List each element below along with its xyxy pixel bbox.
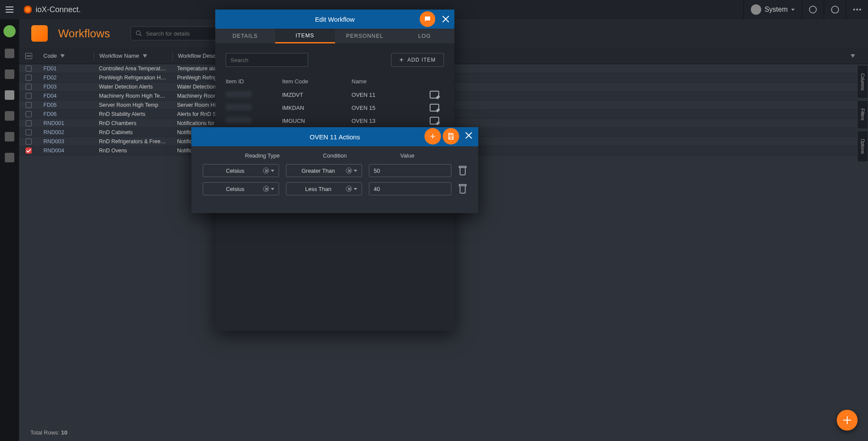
- tab-items[interactable]: ITEMS: [275, 29, 335, 43]
- tab-details[interactable]: DETAILS: [215, 29, 275, 43]
- col-reading-type: Reading Type: [226, 152, 299, 159]
- close-actions-button[interactable]: [464, 131, 475, 142]
- edit-item-button[interactable]: [429, 117, 444, 125]
- clear-icon[interactable]: [263, 168, 269, 174]
- item-row: IMKDAN OVEN 15: [226, 101, 444, 114]
- chevron-down-icon: [271, 188, 274, 190]
- modal-header: Edit Workflow: [215, 10, 454, 29]
- reading-type-value: Celsius: [207, 168, 263, 174]
- delete-condition-button[interactable]: [458, 166, 467, 175]
- clear-icon[interactable]: [346, 186, 352, 192]
- cell-item-id: [226, 104, 282, 112]
- item-actions-modal: OVEN 11 Actions Reading Type Condition V…: [191, 127, 478, 213]
- edit-item-button[interactable]: [429, 91, 444, 99]
- edit-item-button[interactable]: [429, 104, 444, 112]
- save-icon: [447, 132, 455, 140]
- col-item-id: Item ID: [226, 78, 282, 85]
- close-modal-button[interactable]: [441, 15, 450, 23]
- cell-item-id: [226, 91, 282, 99]
- condition-select[interactable]: Less Than: [286, 182, 362, 195]
- cell-item-name: OVEN 13: [352, 118, 429, 124]
- comment-icon: [424, 15, 431, 23]
- modal-title: Edit Workflow: [315, 16, 355, 23]
- actions-modal-header: OVEN 11 Actions: [191, 127, 478, 146]
- col-condition: Condition: [299, 152, 371, 159]
- col-value: Value: [371, 152, 444, 159]
- cell-item-name: OVEN 15: [352, 105, 429, 111]
- add-item-button[interactable]: +ADD ITEM: [391, 53, 444, 67]
- save-actions-button[interactable]: [443, 128, 459, 145]
- plus-icon: [429, 132, 437, 140]
- col-item-code: Item Code: [282, 78, 352, 85]
- clear-icon[interactable]: [263, 186, 269, 192]
- cell-item-id: [226, 117, 282, 125]
- plus-icon: +: [399, 56, 404, 63]
- delete-condition-button[interactable]: [458, 184, 467, 194]
- tab-log[interactable]: LOG: [395, 29, 454, 43]
- actions-modal-body: Reading Type Condition Value Celsius Gre…: [191, 146, 478, 213]
- col-item-name: Name: [352, 78, 444, 85]
- edit-icon: [430, 104, 439, 112]
- reading-type-select[interactable]: Celsius: [203, 164, 279, 177]
- comment-button[interactable]: [420, 11, 435, 27]
- cell-item-name: OVEN 11: [352, 92, 429, 98]
- item-row: IMGUCN OVEN 13: [226, 114, 444, 127]
- condition-row: Celsius Greater Than: [203, 164, 467, 177]
- value-input[interactable]: [369, 164, 451, 177]
- edit-icon: [430, 91, 439, 99]
- cell-item-code: IMZDVT: [282, 92, 352, 98]
- condition-value: Less Than: [291, 186, 346, 192]
- items-search-input[interactable]: [230, 57, 303, 63]
- cell-item-code: IMKDAN: [282, 105, 352, 111]
- actions-columns: Reading Type Condition Value: [203, 152, 467, 159]
- chevron-down-icon: [271, 170, 274, 172]
- value-input[interactable]: [369, 182, 451, 195]
- tab-personnel[interactable]: PERSONNEL: [335, 29, 395, 43]
- chevron-down-icon: [354, 188, 357, 190]
- condition-select[interactable]: Greater Than: [286, 164, 362, 177]
- reading-type-select[interactable]: Celsius: [203, 182, 279, 195]
- reading-type-value: Celsius: [207, 186, 263, 192]
- clear-icon[interactable]: [346, 168, 352, 174]
- edit-icon: [430, 117, 439, 125]
- items-table-header: Item ID Item Code Name: [226, 78, 444, 88]
- cell-item-code: IMGUCN: [282, 118, 352, 124]
- condition-value: Greater Than: [291, 168, 346, 174]
- modal-tabs: DETAILS ITEMS PERSONNEL LOG: [215, 29, 454, 43]
- condition-row: Celsius Less Than: [203, 182, 467, 195]
- add-condition-button[interactable]: [424, 128, 441, 145]
- chevron-down-icon: [354, 170, 357, 172]
- item-row: IMZDVT OVEN 11: [226, 88, 444, 101]
- conditions-list: Celsius Greater Than Celsius Less Than: [203, 164, 467, 195]
- items-search[interactable]: [226, 53, 308, 67]
- actions-modal-title: OVEN 11 Actions: [310, 133, 360, 141]
